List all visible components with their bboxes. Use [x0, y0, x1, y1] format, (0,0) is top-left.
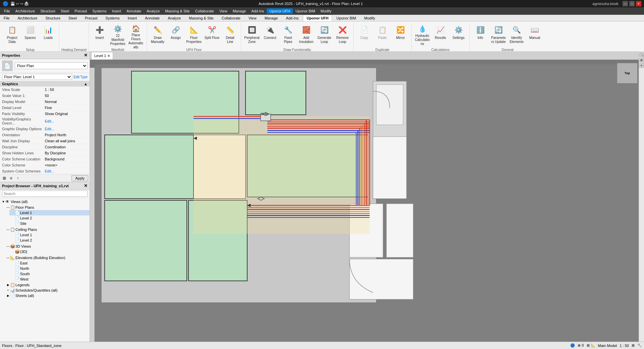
- menu-item-steel[interactable]: Steel: [58, 8, 72, 14]
- north-elev-row[interactable]: 📄 North: [9, 266, 90, 271]
- ribbon-tab-annotate[interactable]: Annotate: [141, 15, 163, 21]
- west-elev-row[interactable]: 📄 West: [9, 277, 90, 282]
- peripheral-zone-button[interactable]: 🔲 Peripheral Zone: [243, 23, 261, 47]
- right-sidebar-btn-1[interactable]: 🔍: [639, 52, 644, 57]
- parameters-update-button[interactable]: 🔄 Parameters Update: [490, 23, 507, 47]
- menu-item-file[interactable]: File: [1, 8, 13, 14]
- menu-item-uponor-bim[interactable]: Uponor BIM: [293, 8, 318, 14]
- settings-button[interactable]: ⚙️ Settings: [450, 23, 467, 47]
- results-button[interactable]: 📈 Results: [432, 23, 449, 47]
- add-insulation-button[interactable]: 🧱 Add Insulation: [298, 23, 315, 47]
- ribbon-tab-analyze[interactable]: Analyze: [164, 15, 184, 21]
- ceiling-level2-row[interactable]: 📄 Level 2: [9, 238, 90, 243]
- menu-item-view[interactable]: View: [217, 8, 230, 14]
- insert-button[interactable]: ➕ Insert: [91, 23, 108, 47]
- type-dropdown[interactable]: Floor Plan: [15, 62, 88, 69]
- ribbon-tab-manage[interactable]: Manage: [261, 15, 282, 21]
- nav-cube[interactable]: Top: [617, 63, 637, 83]
- grid-toggle[interactable]: ⊞: [632, 343, 635, 348]
- remove-loop-button[interactable]: ❌ Remove Loop: [334, 23, 351, 47]
- project-data-button[interactable]: 📋 Project Data: [3, 23, 21, 47]
- menu-item-manage[interactable]: Manage: [230, 8, 249, 14]
- paste-button[interactable]: 📋 Paste: [374, 23, 391, 47]
- ribbon-tab-modify[interactable]: Modify: [361, 15, 379, 21]
- close-button[interactable]: ✕: [636, 1, 641, 6]
- ribbon-tab-massing-&-site[interactable]: Massing & Site: [185, 15, 217, 21]
- manual-button[interactable]: 📖 Manual: [526, 23, 543, 47]
- ribbon-tab-insert[interactable]: Insert: [124, 15, 141, 21]
- window-controls[interactable]: — □ ✕: [623, 1, 641, 6]
- menu-item-uponor-ufh[interactable]: Uponor UFH: [267, 8, 293, 14]
- info-button[interactable]: ℹ️ Info: [472, 23, 489, 47]
- assign-button[interactable]: 🔗 Assign: [167, 23, 184, 47]
- legends-row[interactable]: ▶ 📋 Legends: [5, 282, 90, 288]
- ribbon-tab-structure[interactable]: Structure: [42, 15, 64, 21]
- mirror-button[interactable]: 🔀 Mirror: [392, 23, 409, 47]
- place-floors-button[interactable]: 🏠 Place Floors Automatically: [127, 23, 145, 47]
- menu-item-annotate[interactable]: Annotate: [124, 8, 144, 14]
- views-all-toggle[interactable]: ▼: [1, 200, 5, 204]
- generate-loop-button[interactable]: 🔄 Generate Loop: [316, 23, 333, 47]
- 3d-views-row[interactable]: — 📦 3D Views: [5, 244, 90, 249]
- menu-item-add-ins[interactable]: Add-Ins: [249, 8, 267, 14]
- collapse-graphics-icon[interactable]: ▲: [84, 82, 88, 86]
- menu-item-collaborate[interactable]: Collaborate: [193, 8, 217, 14]
- view-dropdown[interactable]: Floor Plan: Level 1: [2, 74, 72, 80]
- feed-pipes-button[interactable]: 🔧 Feed Pipes: [279, 23, 297, 47]
- browser-search-input[interactable]: [2, 191, 88, 197]
- site-floor-row[interactable]: 📄 Site: [9, 221, 90, 226]
- draw-manually-button[interactable]: ✏️ Draw Manually: [149, 23, 166, 47]
- ribbon-tab-view[interactable]: View: [245, 15, 260, 21]
- view-tab-close[interactable]: ✕: [107, 54, 110, 58]
- elevations-toggle[interactable]: —: [6, 256, 10, 260]
- menu-item-structure[interactable]: Structure: [38, 8, 58, 14]
- edit-type-link[interactable]: Edit Type: [73, 75, 88, 79]
- apply-button[interactable]: Apply: [71, 175, 88, 181]
- props-tool-3[interactable]: ↑: [15, 175, 21, 181]
- ribbon-tab-file[interactable]: File: [0, 15, 13, 21]
- menu-item-analyze[interactable]: Analyze: [144, 8, 162, 14]
- ribbon-tab-architecture[interactable]: Architecture: [14, 15, 41, 21]
- sheets-row[interactable]: ▶ 📄 Sheets (all): [5, 293, 90, 298]
- identify-elements-button[interactable]: 🔍 Identify Elements: [508, 23, 525, 47]
- 3d-view-row[interactable]: 📦 {3D}: [9, 249, 90, 254]
- maximize-button[interactable]: □: [629, 1, 635, 6]
- props-tool-1[interactable]: ⊞: [1, 175, 7, 181]
- ribbon-tab-steel[interactable]: Steel: [65, 15, 80, 21]
- manifold-properties-button[interactable]: ⚙️ 22 Manifold Properties: [109, 23, 126, 47]
- level1-floor-row[interactable]: 📄 Level 1: [9, 210, 90, 215]
- menu-item-systems[interactable]: Systems: [90, 8, 109, 14]
- elevations-row[interactable]: — 📐 Elevations (Building Elevation): [5, 255, 90, 260]
- spaces-button[interactable]: ⬜ Spaces: [21, 23, 39, 47]
- ribbon-tab-uponor-ufh[interactable]: Uponor UFH: [303, 15, 332, 21]
- detail-line-button[interactable]: 📏 Detail Line: [221, 23, 239, 47]
- minimize-button[interactable]: —: [623, 1, 628, 6]
- 3d-views-toggle[interactable]: —: [6, 244, 10, 248]
- level1-view-tab[interactable]: Level 1 ✕: [91, 52, 113, 59]
- loads-button[interactable]: 📊 Loads: [40, 23, 57, 47]
- snap-toggle[interactable]: 🔧: [637, 343, 642, 348]
- east-elev-row[interactable]: 📄 East: [9, 260, 90, 266]
- ceiling-plans-toggle[interactable]: —: [6, 228, 10, 232]
- level2-floor-row[interactable]: 📄 Level 2: [9, 215, 90, 221]
- ribbon-tab-add-ins[interactable]: Add-Ins: [282, 15, 302, 21]
- floor-properties-button[interactable]: 📐 Floor Properties: [185, 23, 203, 47]
- south-elev-row[interactable]: 📄 South: [9, 271, 90, 277]
- menu-item-modify[interactable]: Modify: [318, 8, 334, 14]
- floor-plans-row[interactable]: — 📋 Floor Plans: [5, 205, 90, 210]
- menu-item-precast[interactable]: Precast: [72, 8, 90, 14]
- properties-close[interactable]: ✕: [84, 53, 88, 58]
- browser-close[interactable]: ✕: [84, 183, 88, 188]
- props-tool-2[interactable]: ≡: [8, 175, 14, 181]
- right-sidebar-btn-2[interactable]: ⊞: [639, 58, 644, 62]
- ribbon-tab-uponor-bim[interactable]: Uponor BIM: [333, 15, 360, 21]
- ceiling-plans-row[interactable]: — 📋 Ceiling Plans: [5, 227, 90, 232]
- drawing-canvas[interactable]: [90, 60, 639, 342]
- connect-button[interactable]: 🔌 Connect: [261, 23, 279, 47]
- ribbon-tab-systems[interactable]: Systems: [102, 15, 123, 21]
- copy-button[interactable]: 📄 Copy: [356, 23, 373, 47]
- menu-item-insert[interactable]: Insert: [109, 8, 124, 14]
- ribbon-tab-collaborate[interactable]: Collaborate: [218, 15, 244, 21]
- hydraulic-calc-button[interactable]: 💧 Hydraulic Calculations: [414, 23, 431, 47]
- canvas-area[interactable]: Level 1 ✕: [90, 52, 639, 342]
